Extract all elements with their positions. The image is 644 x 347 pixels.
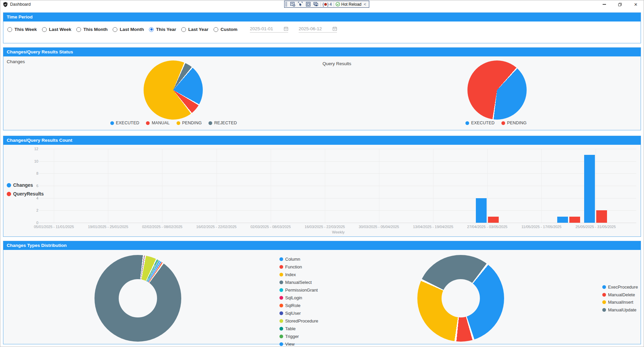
- legend-label: SqlLogin: [285, 295, 302, 300]
- gridline-v: [54, 149, 54, 223]
- legend-item-storedprocedure: StoredProcedure: [279, 318, 318, 323]
- legend-dot: [279, 296, 283, 300]
- date-to-field[interactable]: 2025-06-12: [299, 26, 337, 33]
- toolbar-separator: [334, 2, 334, 7]
- changes-types-legend: ColumnFunctionIndexManualSelectPermissio…: [279, 257, 318, 347]
- legend-dot: [279, 327, 283, 331]
- legend-dot: [279, 273, 283, 276]
- bar-changes: [557, 217, 568, 223]
- brace-right: }: [327, 2, 329, 7]
- legend-dot: [279, 280, 283, 284]
- dashboard-window: Dashboard {} 4 Hot Rel: [0, 0, 644, 347]
- radio-option-last-month[interactable]: Last Month: [113, 27, 144, 32]
- legend-item-execprocedure: ExecProcedure: [602, 285, 638, 290]
- count-panel: Changes/Query Results Count ChangesQuery…: [3, 136, 641, 237]
- hot-reload-button[interactable]: Hot Reload: [336, 2, 362, 7]
- date-from-field[interactable]: 2025-01-01: [250, 26, 288, 33]
- gridline-h: [39, 198, 636, 199]
- time-period-body: This WeekLast WeekThis MonthLast MonthTh…: [3, 21, 641, 43]
- types-body: ColumnFunctionIndexManualSelectPermissio…: [3, 250, 641, 344]
- legend-label: Index: [285, 272, 296, 277]
- radio-option-last-week[interactable]: Last Week: [42, 27, 72, 32]
- legend-label: StoredProcedure: [285, 318, 318, 323]
- window-controls: ✕: [596, 0, 644, 8]
- legend-item-index: Index: [279, 272, 318, 277]
- radio-option-this-month[interactable]: This Month: [76, 27, 108, 32]
- radio-option-this-week[interactable]: This Week: [7, 27, 37, 32]
- binding-error-icon: [324, 3, 327, 6]
- gridline-h: [39, 186, 636, 186]
- legend-item-trigger: Trigger: [279, 334, 318, 339]
- gridline-v: [325, 149, 325, 223]
- gridline-h: [39, 149, 636, 149]
- legend-dot: [146, 121, 150, 125]
- legend-dot: [209, 121, 212, 125]
- radio-label: Last Year: [188, 27, 209, 32]
- legend-dot: [602, 300, 606, 304]
- legend-item-column: Column: [279, 257, 318, 262]
- layout-adorners-icon[interactable]: [305, 1, 311, 7]
- binding-errors-button[interactable]: {} 4: [323, 2, 332, 7]
- legend-label: EXECUTED: [116, 121, 140, 125]
- hot-reload-label: Hot Reload: [341, 2, 362, 7]
- radio-circle: [149, 27, 154, 32]
- status-body: Changes EXECUTEDMANUALPENDINGREJECTED Qu…: [3, 56, 641, 130]
- titlebar: Dashboard {} 4 Hot Rel: [0, 0, 644, 8]
- gridline-h: [39, 173, 636, 174]
- time-period-radio-group: This WeekLast WeekThis MonthLast MonthTh…: [7, 26, 337, 33]
- legend-item-view: View: [279, 342, 318, 347]
- y-axis-tick: 8: [23, 171, 38, 175]
- time-period-header: Time Period: [3, 13, 641, 21]
- gridline-v: [596, 149, 596, 223]
- gridline-h: [39, 161, 636, 162]
- enable-selection-icon[interactable]: [297, 1, 303, 7]
- legend-label: Table: [285, 326, 296, 331]
- calendar-icon: [284, 27, 288, 31]
- y-axis-tick: 10: [23, 159, 38, 163]
- legend-item-table: Table: [279, 326, 318, 331]
- legend-label: PENDING: [507, 121, 527, 125]
- status-panel: Changes/Query Results Status Changes EXE…: [3, 47, 641, 130]
- legend-dot: [7, 192, 11, 196]
- toolbar-collapse-chevron[interactable]: <: [363, 2, 367, 7]
- restore-button[interactable]: [612, 0, 628, 8]
- track-focused-element-icon[interactable]: [313, 1, 319, 7]
- restore-icon: [618, 3, 622, 6]
- legend-dot: [279, 342, 283, 346]
- hot-reload-check-icon: [336, 2, 340, 6]
- legend-item-pending: PENDING: [177, 121, 202, 125]
- radio-option-last-year[interactable]: Last Year: [181, 27, 209, 32]
- legend-item-queryresults: QueryResults: [7, 191, 44, 197]
- y-axis-tick: 0: [23, 221, 38, 225]
- legend-item-executed: EXECUTED: [465, 121, 495, 125]
- legend-item-sqluser: SqlUser: [279, 311, 318, 316]
- legend-dot: [279, 265, 283, 269]
- legend-item-function: Function: [279, 264, 318, 269]
- radio-label: Custom: [221, 27, 237, 32]
- radio-circle: [7, 27, 12, 32]
- toolbar-grip[interactable]: [285, 2, 287, 7]
- legend-dot: [602, 308, 606, 312]
- types-panel: Changes Types Distribution ColumnFunctio…: [3, 241, 641, 344]
- time-period-panel: Time Period This WeekLast WeekThis Month…: [3, 12, 641, 43]
- radio-option-custom[interactable]: Custom: [214, 27, 237, 32]
- legend-item-manualdelete: ManualDelete: [602, 292, 638, 297]
- legend-label: Trigger: [285, 334, 299, 339]
- minimize-button[interactable]: [596, 0, 612, 8]
- count-header: Changes/Query Results Count: [3, 136, 641, 145]
- live-visual-tree-icon[interactable]: [290, 1, 296, 7]
- donut-hole: [119, 279, 157, 317]
- app-shield-icon: [3, 2, 8, 7]
- legend-label: SqlRole: [285, 303, 301, 308]
- gridline-v: [271, 149, 271, 223]
- binding-errors-count: 4: [330, 2, 332, 7]
- changes-status-pie: [144, 60, 203, 120]
- legend-label: Function: [285, 264, 302, 269]
- changes-pie-title: Changes: [7, 59, 25, 64]
- radio-option-this-year[interactable]: This Year: [149, 27, 176, 32]
- types-header: Changes Types Distribution: [3, 241, 641, 250]
- count-chart-area: ChangesQueryResults 02468101205/01/2025 …: [3, 145, 641, 236]
- close-button[interactable]: ✕: [628, 0, 644, 8]
- bar-queryresults: [569, 217, 580, 223]
- minimize-icon: [603, 4, 606, 4]
